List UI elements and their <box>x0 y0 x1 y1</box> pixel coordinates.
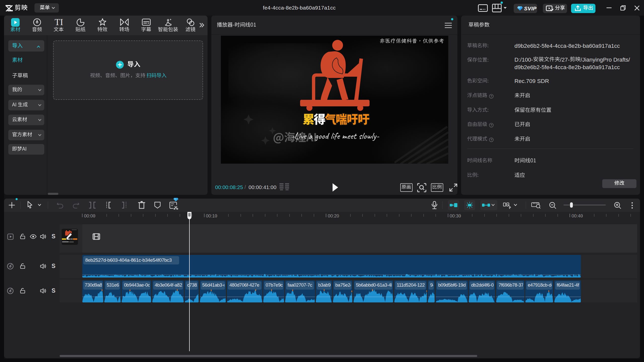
svg-text:?: ? <box>491 138 492 141</box>
svg-text:?: ? <box>491 124 492 127</box>
svg-text:?: ? <box>491 95 492 98</box>
